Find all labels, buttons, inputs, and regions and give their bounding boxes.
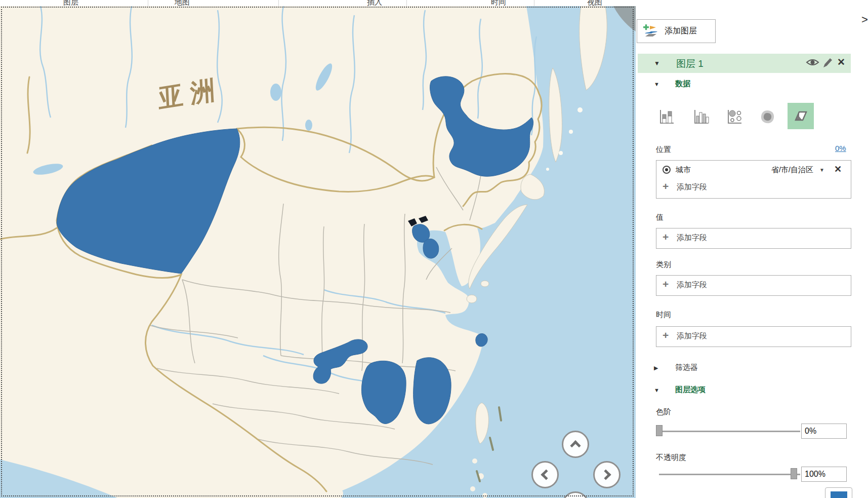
- color-scale-label: 色阶: [656, 407, 671, 417]
- map-canvas[interactable]: 亚洲: [0, 6, 636, 498]
- collapse-layer-icon[interactable]: ▼: [654, 60, 660, 67]
- geocoding-confidence-link[interactable]: 0%: [835, 144, 846, 152]
- location-label: 位置: [656, 145, 671, 155]
- chevron-up-icon: [570, 440, 581, 451]
- viz-type-row: [636, 101, 853, 131]
- color-scale-value[interactable]: 0%: [801, 424, 847, 439]
- add-layer-label: 添加图层: [665, 26, 697, 36]
- expand-filters-icon[interactable]: ▶: [654, 365, 658, 371]
- ribbon-tab-view[interactable]: 视图: [587, 0, 602, 6]
- map-pan-left-button[interactable]: [531, 461, 559, 488]
- layer-pane: > 添加图层 ▼ 图层 1 ✕ ▼ 数据: [636, 0, 868, 498]
- viz-clustered-column-icon[interactable]: [692, 108, 710, 126]
- opacity-slider: 100%: [636, 467, 853, 482]
- ribbon-tab-time[interactable]: 时间: [491, 0, 506, 6]
- value-label: 值: [656, 213, 664, 222]
- slider-track[interactable]: [659, 474, 800, 475]
- collapse-data-icon[interactable]: ▼: [654, 81, 659, 87]
- collapse-pane-icon[interactable]: >: [861, 13, 868, 26]
- plus-icon: +: [663, 180, 669, 193]
- collapse-layer-options-icon[interactable]: ▼: [654, 387, 659, 393]
- add-layer-button[interactable]: 添加图层: [637, 19, 716, 43]
- layer-options-label: 图层选项: [675, 385, 706, 395]
- location-field-row[interactable]: 城市 省/市/自治区 ▼ ✕: [656, 161, 851, 179]
- province-shanghai: [476, 333, 487, 347]
- viz-stacked-column-icon[interactable]: [658, 108, 675, 126]
- radio-icon[interactable]: [663, 166, 671, 174]
- layer-color-picker-button[interactable]: [825, 487, 852, 498]
- add-field-label[interactable]: 添加字段: [677, 331, 707, 341]
- asia-map: [0, 6, 636, 498]
- filters-label: 筛选器: [675, 363, 698, 372]
- map-pan-up-button[interactable]: [562, 431, 589, 458]
- data-section-header[interactable]: ▼ 数据: [636, 79, 853, 90]
- add-field-label[interactable]: 添加字段: [677, 280, 707, 290]
- layer-options-section-header[interactable]: ▼ 图层选项: [636, 385, 853, 396]
- location-add-field-row[interactable]: + 添加字段: [656, 179, 851, 198]
- location-fieldbox: 城市 省/市/自治区 ▼ ✕ + 添加字段: [656, 160, 851, 199]
- delete-layer-x-icon[interactable]: ✕: [837, 56, 845, 68]
- add-field-label[interactable]: 添加字段: [677, 233, 707, 243]
- data-section-label: 数据: [675, 79, 690, 89]
- add-layer-icon: [642, 23, 659, 40]
- opacity-label: 不透明度: [656, 453, 686, 463]
- layer-title[interactable]: 图层 1: [676, 57, 704, 70]
- category-label: 类别: [656, 260, 671, 270]
- opacity-value[interactable]: 100%: [801, 467, 847, 482]
- ribbon-tab-insert[interactable]: 插入: [367, 0, 382, 6]
- geo-type-dropdown-icon[interactable]: ▼: [819, 167, 824, 173]
- ribbon-tab-map[interactable]: 地图: [175, 0, 190, 6]
- value-fieldbox[interactable]: + 添加字段: [656, 228, 851, 249]
- chevron-right-icon: [600, 469, 611, 480]
- time-label: 时间: [656, 310, 671, 320]
- time-fieldbox[interactable]: + 添加字段: [656, 326, 851, 347]
- layer-header[interactable]: ▼ 图层 1 ✕: [638, 54, 851, 73]
- layer-visibility-eye-icon[interactable]: [806, 57, 819, 67]
- plus-icon: +: [663, 231, 669, 243]
- chevron-left-icon: [541, 469, 551, 480]
- 3d-maps-window: 图层 地图 插入 时间 视图: [0, 0, 868, 498]
- slider-thumb[interactable]: [791, 468, 797, 479]
- ribbon-divider: [278, 0, 279, 6]
- viz-bubble-icon[interactable]: [726, 108, 743, 126]
- color-scale-slider: 0%: [636, 424, 853, 439]
- ribbon-divider: [534, 0, 534, 6]
- category-fieldbox[interactable]: + 添加字段: [656, 275, 851, 296]
- filters-section-header[interactable]: ▶ 筛选器: [636, 363, 853, 374]
- ribbon-divider: [148, 0, 148, 6]
- viz-heatmap-icon[interactable]: [759, 108, 776, 126]
- plus-icon: +: [663, 329, 669, 341]
- plus-icon: +: [663, 278, 669, 290]
- location-field-name: 城市: [676, 165, 691, 175]
- province-tianjin: [423, 239, 439, 258]
- rename-layer-pencil-icon[interactable]: [822, 57, 833, 68]
- ribbon-divider: [406, 0, 407, 6]
- layer-color-swatch: [831, 491, 847, 498]
- map-pan-right-button[interactable]: [593, 461, 621, 488]
- add-field-label[interactable]: 添加字段: [677, 182, 707, 192]
- viz-region-icon-selected[interactable]: [788, 103, 814, 129]
- slider-track[interactable]: [659, 431, 800, 432]
- remove-field-x-icon[interactable]: ✕: [834, 164, 842, 175]
- location-geo-type[interactable]: 省/市/自治区: [771, 165, 813, 175]
- ribbon-tab-layer[interactable]: 图层: [63, 0, 78, 6]
- slider-thumb[interactable]: [656, 425, 663, 436]
